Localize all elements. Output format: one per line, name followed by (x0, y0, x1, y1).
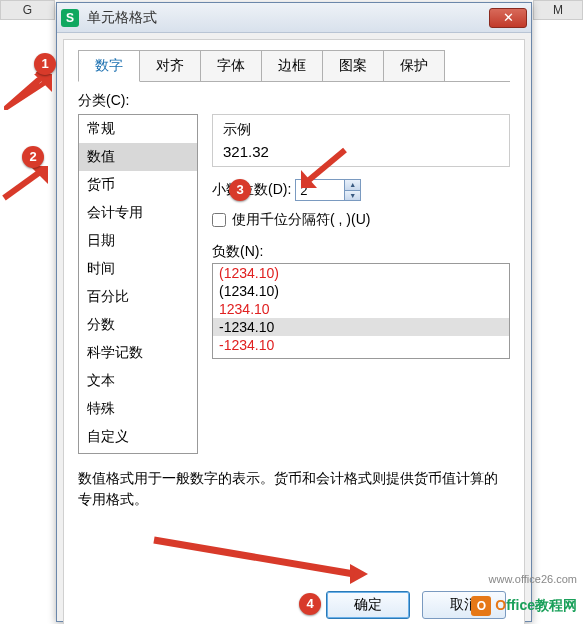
cat-special[interactable]: 特殊 (79, 395, 197, 423)
tab-bar: 数字 对齐 字体 边框 图案 保护 (78, 50, 510, 82)
category-list[interactable]: 常规 数值 货币 会计专用 日期 时间 百分比 分数 科学记数 文本 特殊 自定… (78, 114, 198, 454)
col-header-g: G (0, 0, 55, 20)
cat-currency[interactable]: 货币 (79, 171, 197, 199)
format-description: 数值格式用于一般数字的表示。货币和会计格式则提供货币值计算的专用格式。 (78, 468, 510, 510)
category-label: 分类(C): (78, 92, 510, 110)
arrow-icon (150, 530, 370, 600)
cat-accounting[interactable]: 会计专用 (79, 199, 197, 227)
tab-pattern[interactable]: 图案 (322, 50, 384, 81)
cat-text[interactable]: 文本 (79, 367, 197, 395)
watermark-url: www.office26.com (489, 573, 577, 585)
callout-2: 2 (22, 146, 44, 168)
svg-line-3 (4, 172, 40, 198)
cat-scientific[interactable]: 科学记数 (79, 339, 197, 367)
thousands-checkbox[interactable] (212, 213, 226, 227)
neg-item[interactable]: -1234.10 (213, 318, 509, 336)
cat-number[interactable]: 数值 (79, 143, 197, 171)
thousands-label: 使用千位分隔符( , )(U) (232, 211, 370, 229)
office-logo-icon: O (471, 596, 491, 616)
app-icon: S (61, 9, 79, 27)
close-button[interactable]: ✕ (489, 8, 527, 28)
example-label: 示例 (223, 121, 499, 139)
example-box: 示例 321.32 (212, 114, 510, 167)
cell-format-dialog: S 单元格格式 ✕ 数字 对齐 字体 边框 图案 保护 分类(C): 常规 数值… (56, 2, 532, 622)
arrow-icon (295, 144, 355, 190)
neg-item[interactable]: (1234.10) (213, 264, 509, 282)
cat-percentage[interactable]: 百分比 (79, 283, 197, 311)
negatives-label: 负数(N): (212, 243, 510, 261)
arrow-icon (0, 162, 50, 202)
neg-item[interactable]: 1234.10 (213, 300, 509, 318)
tab-border[interactable]: 边框 (261, 50, 323, 81)
neg-item[interactable]: (1234.10) (213, 282, 509, 300)
decimal-label: 小数位数(D): (212, 181, 291, 199)
tab-align[interactable]: 对齐 (139, 50, 201, 81)
callout-3: 3 (229, 179, 251, 201)
spin-down-icon[interactable]: ▼ (345, 191, 360, 201)
tab-font[interactable]: 字体 (200, 50, 262, 81)
cat-custom[interactable]: 自定义 (79, 423, 197, 451)
watermark: O Office教程网 (471, 596, 577, 616)
callout-1: 1 (34, 53, 56, 75)
arrow-icon (4, 70, 54, 110)
cat-date[interactable]: 日期 (79, 227, 197, 255)
svg-line-7 (154, 540, 354, 574)
titlebar: S 单元格格式 ✕ (57, 3, 531, 33)
dialog-title: 单元格格式 (87, 9, 489, 27)
svg-line-5 (309, 150, 345, 180)
col-header-m: M (533, 0, 583, 20)
watermark-brand-o: O (495, 597, 506, 613)
example-value: 321.32 (223, 143, 499, 160)
tab-protect[interactable]: 保护 (383, 50, 445, 81)
watermark-brand-rest: ffice教程网 (506, 597, 577, 613)
tab-number[interactable]: 数字 (78, 50, 140, 82)
cat-general[interactable]: 常规 (79, 115, 197, 143)
callout-4: 4 (299, 593, 321, 615)
negatives-list[interactable]: (1234.10) (1234.10) 1234.10 -1234.10 -12… (212, 263, 510, 359)
neg-item[interactable]: -1234.10 (213, 336, 509, 354)
cat-time[interactable]: 时间 (79, 255, 197, 283)
cat-fraction[interactable]: 分数 (79, 311, 197, 339)
